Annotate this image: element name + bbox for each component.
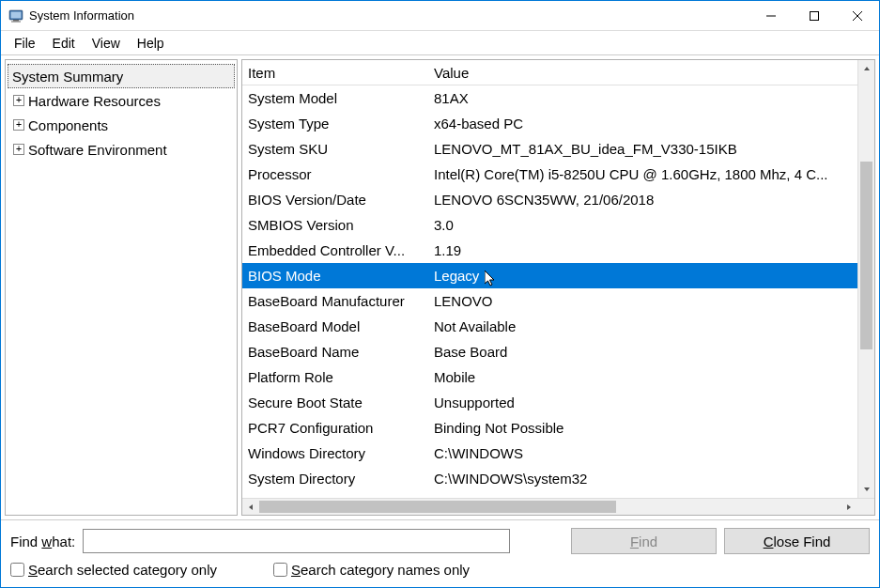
menu-view[interactable]: View <box>85 34 128 53</box>
checkbox-input[interactable] <box>10 563 24 577</box>
checkbox-search-category-names[interactable]: Search category names only <box>273 562 470 578</box>
horizontal-scrollbar[interactable] <box>242 498 874 515</box>
expand-icon[interactable]: + <box>13 144 24 155</box>
table-row[interactable]: Embedded Controller V...1.19 <box>242 238 857 263</box>
table-scroll[interactable]: Item Value System Model81AXSystem Typex6… <box>242 60 857 498</box>
table-row[interactable]: System SKULENOVO_MT_81AX_BU_idea_FM_V330… <box>242 136 857 162</box>
checkbox-input[interactable] <box>273 563 287 577</box>
tree-root-label: System Summary <box>12 69 123 85</box>
cell-item: System SKU <box>242 141 430 157</box>
find-button[interactable]: Find <box>571 528 717 554</box>
minimize-button[interactable] <box>749 1 793 30</box>
svg-rect-2 <box>13 20 19 22</box>
table-row[interactable]: System Typex64-based PC <box>242 111 857 136</box>
menubar: File Edit View Help <box>1 31 879 55</box>
tree-item-software-environment[interactable]: + Software Environment <box>9 137 235 162</box>
column-header-value[interactable]: Value <box>430 65 857 81</box>
scroll-thumb[interactable] <box>860 162 872 349</box>
cell-value: Binding Not Possible <box>430 420 857 436</box>
titlebar: System Information <box>1 1 879 31</box>
svg-marker-12 <box>847 504 851 510</box>
menu-help[interactable]: Help <box>130 34 172 53</box>
svg-rect-1 <box>11 11 22 18</box>
table-row[interactable]: BIOS ModeLegacy <box>242 263 857 288</box>
scroll-track[interactable] <box>858 77 874 481</box>
cell-value: 81AX <box>430 90 857 106</box>
table-row[interactable]: BaseBoard NameBase Board <box>242 339 857 364</box>
table-row[interactable]: SMBIOS Version3.0 <box>242 212 857 238</box>
cell-item: BIOS Mode <box>242 268 430 284</box>
cell-item: System Type <box>242 116 430 132</box>
checkbox-search-selected-category[interactable]: Search selected category only <box>10 562 217 578</box>
cell-value: LENOVO_MT_81AX_BU_idea_FM_V330-15IKB <box>430 141 857 157</box>
cell-item: SMBIOS Version <box>242 217 430 233</box>
scroll-up-button[interactable] <box>858 60 874 77</box>
cell-value: Legacy <box>430 268 857 284</box>
table-row[interactable]: BaseBoard ModelNot Available <box>242 314 857 339</box>
cell-item: BaseBoard Manufacturer <box>242 293 430 309</box>
cell-item: BaseBoard Name <box>242 344 430 360</box>
app-icon <box>8 8 23 23</box>
cell-value: Mobile <box>430 369 857 385</box>
table-row[interactable]: Secure Boot StateUnsupported <box>242 390 857 415</box>
hscroll-track[interactable] <box>259 499 841 515</box>
find-bar: Find what: Find Close Find <box>1 520 879 556</box>
svg-rect-5 <box>811 11 819 20</box>
close-find-button[interactable]: Close Find <box>724 528 870 554</box>
scroll-right-button[interactable] <box>841 499 857 515</box>
cell-value: LENOVO 6SCN35WW, 21/06/2018 <box>430 192 857 208</box>
table-row[interactable]: System DirectoryC:\WINDOWS\system32 <box>242 466 857 491</box>
tree-item-hardware-resources[interactable]: + Hardware Resources <box>9 88 235 113</box>
tree-pane[interactable]: System Summary + Hardware Resources + Co… <box>5 59 238 516</box>
vertical-scrollbar[interactable] <box>857 60 874 498</box>
window-title: System Information <box>29 8 749 23</box>
cell-item: Windows Directory <box>242 445 430 461</box>
svg-marker-10 <box>864 487 870 491</box>
svg-marker-11 <box>249 504 253 510</box>
tree-item-label: Hardware Resources <box>28 93 161 109</box>
cell-value: Unsupported <box>430 395 857 410</box>
find-label: Find what: <box>10 534 75 549</box>
table-row[interactable]: Platform RoleMobile <box>242 364 857 390</box>
scroll-left-button[interactable] <box>242 499 259 515</box>
column-header-item[interactable]: Item <box>242 65 430 81</box>
tree-item-label: Software Environment <box>28 142 167 158</box>
cell-item: BaseBoard Model <box>242 318 430 334</box>
cell-item: Processor <box>242 166 430 182</box>
hscroll-thumb[interactable] <box>259 501 616 513</box>
cell-value: x64-based PC <box>430 116 857 132</box>
cell-item: Secure Boot State <box>242 395 430 410</box>
cell-item: BIOS Version/Date <box>242 192 430 208</box>
find-options: Search selected category only Search cat… <box>1 556 879 587</box>
close-button[interactable] <box>836 1 879 30</box>
cell-item: Embedded Controller V... <box>242 242 430 258</box>
cell-value: C:\WINDOWS\system32 <box>430 471 857 487</box>
maximize-button[interactable] <box>793 1 836 30</box>
svg-rect-3 <box>11 21 21 22</box>
table-row[interactable]: Windows DirectoryC:\WINDOWS <box>242 441 857 466</box>
cell-value: Intel(R) Core(TM) i5-8250U CPU @ 1.60GHz… <box>430 166 857 182</box>
table-row[interactable]: PCR7 ConfigurationBinding Not Possible <box>242 415 857 441</box>
cell-value: LENOVO <box>430 293 857 309</box>
main-area: System Summary + Hardware Resources + Co… <box>1 55 879 520</box>
table-row[interactable]: BaseBoard ManufacturerLENOVO <box>242 288 857 314</box>
cell-item: Platform Role <box>242 369 430 385</box>
table-header[interactable]: Item Value <box>242 60 857 85</box>
table-row[interactable]: ProcessorIntel(R) Core(TM) i5-8250U CPU … <box>242 162 857 187</box>
window-controls <box>749 1 879 30</box>
cell-value: 1.19 <box>430 242 857 258</box>
tree-item-label: Components <box>28 117 108 133</box>
expand-icon[interactable]: + <box>13 95 24 106</box>
menu-edit[interactable]: Edit <box>45 34 83 53</box>
cell-value: 3.0 <box>430 217 857 233</box>
cell-value: C:\WINDOWS <box>430 445 857 461</box>
menu-file[interactable]: File <box>7 34 43 53</box>
tree-item-components[interactable]: + Components <box>9 113 235 137</box>
find-input[interactable] <box>83 529 510 553</box>
tree-root-system-summary[interactable]: System Summary <box>8 64 235 88</box>
table-row[interactable]: BIOS Version/DateLENOVO 6SCN35WW, 21/06/… <box>242 187 857 212</box>
scroll-down-button[interactable] <box>858 481 874 498</box>
cell-value: Not Available <box>430 318 857 334</box>
table-row[interactable]: System Model81AX <box>242 85 857 111</box>
expand-icon[interactable]: + <box>13 119 24 131</box>
